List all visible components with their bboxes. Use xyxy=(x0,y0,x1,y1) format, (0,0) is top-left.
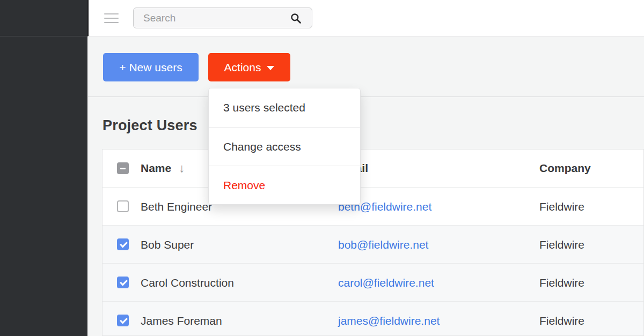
row-checkbox[interactable] xyxy=(117,200,129,212)
row-checkbox[interactable] xyxy=(117,315,129,326)
dropdown-item-remove[interactable]: Remove xyxy=(209,166,360,204)
row-checkbox[interactable] xyxy=(117,238,129,250)
column-header-company[interactable]: Company xyxy=(539,150,591,187)
chevron-down-icon xyxy=(267,66,274,70)
user-email-link[interactable]: carol@fieldwire.net xyxy=(338,264,434,302)
page-title: Project Users xyxy=(103,117,197,134)
dropdown-item-users-selected: 3 users selected xyxy=(209,88,360,127)
user-company: Fieldwire xyxy=(539,188,584,226)
actions-dropdown-menu: 3 users selected Change access Remove xyxy=(208,88,361,205)
actions-button-label: Actions xyxy=(224,61,261,74)
table-header-row: Name↓ Email Company xyxy=(103,150,643,187)
search-input[interactable] xyxy=(134,8,312,28)
section-divider xyxy=(88,96,644,97)
table-row: Beth Engineer beth@fieldwire.net Fieldwi… xyxy=(103,187,643,225)
sidebar-header xyxy=(0,0,87,36)
user-email-link[interactable]: bob@fieldwire.net xyxy=(338,226,428,264)
user-name: James Foreman xyxy=(141,302,222,336)
sort-descending-icon[interactable]: ↓ xyxy=(179,150,185,187)
user-company: Fieldwire xyxy=(539,264,584,302)
topbar xyxy=(87,0,644,36)
table-row: Bob Super bob@fieldwire.net Fieldwire xyxy=(103,225,643,263)
search-icon[interactable] xyxy=(290,13,301,24)
row-checkbox[interactable] xyxy=(117,277,129,288)
user-name: Carol Construction xyxy=(141,264,234,302)
user-company: Fieldwire xyxy=(539,226,584,264)
user-name: Bob Super xyxy=(141,226,194,264)
sidebar xyxy=(0,0,87,336)
table-row: Carol Construction carol@fieldwire.net F… xyxy=(103,263,643,301)
user-name: Beth Engineer xyxy=(141,188,212,226)
user-company: Fieldwire xyxy=(539,302,584,336)
table-row: James Foreman james@fieldwire.net Fieldw… xyxy=(103,301,643,336)
user-email-link[interactable]: james@fieldwire.net xyxy=(338,302,440,336)
select-all-checkbox[interactable] xyxy=(117,162,129,174)
column-header-name[interactable]: Name↓ xyxy=(141,150,185,187)
actions-button[interactable]: Actions xyxy=(208,53,290,81)
search-box[interactable] xyxy=(133,8,312,28)
dropdown-item-change-access[interactable]: Change access xyxy=(209,127,360,166)
new-users-button[interactable]: + New users xyxy=(103,53,199,81)
hamburger-menu-icon[interactable] xyxy=(104,13,119,23)
project-users-table: Name↓ Email Company Beth Engineer beth@f… xyxy=(102,149,644,336)
